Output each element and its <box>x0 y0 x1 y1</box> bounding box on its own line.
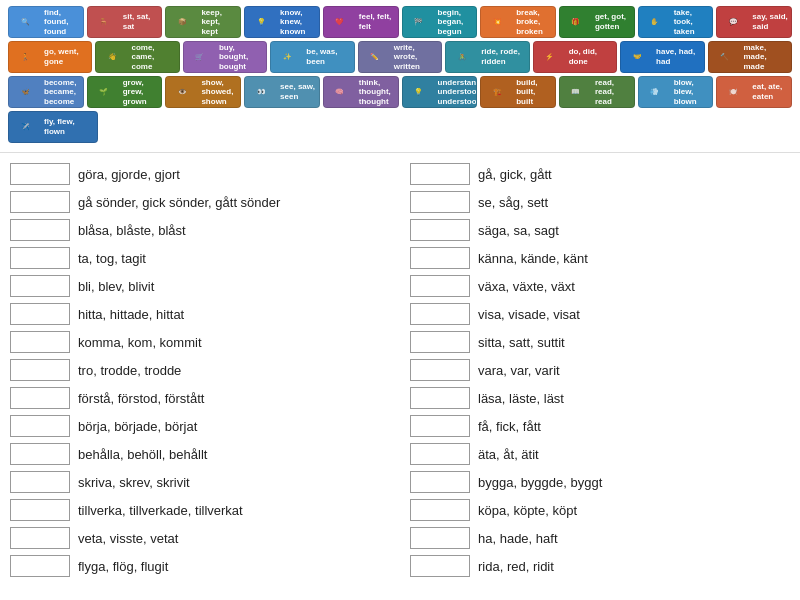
answer-input-ha[interactable] <box>410 527 470 549</box>
answer-input-kopa[interactable] <box>410 499 470 521</box>
banner-card-see-saw[interactable]: 👀see, saw, seen <box>244 76 320 108</box>
banner-card-label-understand: understand, understood, understood <box>435 76 478 108</box>
banner-card-blow-blew[interactable]: 💨blow, blew, blown <box>638 76 714 108</box>
banner-card-label-become-became: become, became, become <box>41 76 83 108</box>
vocab-label-borja: börja, började, börjat <box>78 419 197 434</box>
answer-input-visa[interactable] <box>410 303 470 325</box>
banner-card-label-say-said: say, said, said <box>749 10 791 33</box>
answer-input-komma[interactable] <box>10 331 70 353</box>
answer-input-forstå[interactable] <box>10 387 70 409</box>
answer-input-kanna[interactable] <box>410 247 470 269</box>
answer-input-gora[interactable] <box>10 163 70 185</box>
answer-input-se[interactable] <box>410 191 470 213</box>
banner-card-know-knew[interactable]: 💡know, knew, known <box>244 6 320 38</box>
top-banner: 🔍find, found, found🪑sit, sat, sat📦keep, … <box>0 0 800 153</box>
content-area: göra, gjorde, gjortgå sönder, gick sönde… <box>0 153 800 587</box>
banner-card-ride-rode[interactable]: 🚴ride, rode, ridden <box>445 41 529 73</box>
answer-input-skriva[interactable] <box>10 471 70 493</box>
answer-input-hitta[interactable] <box>10 303 70 325</box>
banner-card-do-did[interactable]: ⚡do, did, done <box>533 41 617 73</box>
banner-card-label-read-read: read, read, read <box>592 76 634 108</box>
answer-input-behålla[interactable] <box>10 443 70 465</box>
banner-card-understand[interactable]: 💡understand, understood, understood <box>402 76 478 108</box>
vocab-row-ga-sonder: gå sönder, gick sönder, gått sönder <box>10 189 390 215</box>
vocab-row-se: se, såg, sett <box>410 189 790 215</box>
banner-card-break-broke[interactable]: 💥break, broke, broken <box>480 6 556 38</box>
banner-card-grow-grew[interactable]: 🌱grow, grew, grown <box>87 76 163 108</box>
answer-input-blasa[interactable] <box>10 219 70 241</box>
answer-input-ata[interactable] <box>410 443 470 465</box>
banner-card-read-read[interactable]: 📖read, read, read <box>559 76 635 108</box>
answer-input-bygga[interactable] <box>410 471 470 493</box>
answer-input-ta[interactable] <box>10 247 70 269</box>
vocab-row-saga: säga, sa, sagt <box>410 217 790 243</box>
answer-input-sitta[interactable] <box>410 331 470 353</box>
vocab-row-bygga: bygga, byggde, byggt <box>410 469 790 495</box>
answer-input-tillverka[interactable] <box>10 499 70 521</box>
answer-input-lasa[interactable] <box>410 387 470 409</box>
app-container: 🔍find, found, found🪑sit, sat, sat📦keep, … <box>0 0 800 587</box>
banner-card-feel-felt[interactable]: ❤️feel, felt, felt <box>323 6 399 38</box>
banner-card-show-showed[interactable]: 👁️show, showed, shown <box>165 76 241 108</box>
vocab-row-fa: få, fick, fått <box>410 413 790 439</box>
vocab-row-tro: tro, trodde, trodde <box>10 357 390 383</box>
answer-input-tro[interactable] <box>10 359 70 381</box>
banner-card-be-was[interactable]: ✨be, was, been <box>270 41 354 73</box>
answer-input-ga-sonder[interactable] <box>10 191 70 213</box>
vocab-row-tillverka: tillverka, tillverkade, tillverkat <box>10 497 390 523</box>
vocab-label-fa: få, fick, fått <box>478 419 541 434</box>
banner-card-label-think-thought: think, thought, thought <box>356 76 398 108</box>
vocab-label-forstå: förstå, förstod, förstått <box>78 391 204 406</box>
answer-input-vaxa[interactable] <box>410 275 470 297</box>
banner-card-take-took[interactable]: ✋take, took, taken <box>638 6 714 38</box>
banner-card-say-said[interactable]: 💬say, said, said <box>716 6 792 38</box>
banner-card-write-wrote[interactable]: ✏️write, wrote, written <box>358 41 442 73</box>
banner-card-label-blow-blew: blow, blew, blown <box>671 76 713 108</box>
banner-card-label-go-went: go, went, gone <box>41 45 91 68</box>
vocab-label-ga: gå, gick, gått <box>478 167 552 182</box>
vocab-row-rida: rida, red, ridit <box>410 553 790 579</box>
banner-card-label-see-saw: see, saw, seen <box>277 80 319 103</box>
banner-card-keep-kept[interactable]: 📦keep, kept, kept <box>165 6 241 38</box>
banner-card-become-became[interactable]: 🦋become, became, become <box>8 76 84 108</box>
vocab-row-lasa: läsa, läste, läst <box>410 385 790 411</box>
banner-card-sit-sat[interactable]: 🪑sit, sat, sat <box>87 6 163 38</box>
vocab-label-sitta: sitta, satt, suttit <box>478 335 565 350</box>
answer-input-vara[interactable] <box>410 359 470 381</box>
banner-card-think-thought[interactable]: 🧠think, thought, thought <box>323 76 399 108</box>
banner-card-begin-began[interactable]: 🏁begin, began, begun <box>402 6 478 38</box>
banner-card-label-ride-rode: ride, rode, ridden <box>478 45 528 68</box>
answer-input-bli[interactable] <box>10 275 70 297</box>
banner-row-3: 🦋become, became, become🌱grow, grew, grow… <box>8 76 792 143</box>
banner-card-label-be-was: be, was, been <box>303 45 353 68</box>
answer-input-rida[interactable] <box>410 555 470 577</box>
vocab-row-kanna: känna, kände, känt <box>410 245 790 271</box>
vocab-row-borja: börja, började, börjat <box>10 413 390 439</box>
banner-card-eat-ate[interactable]: 🍽️eat, ate, eaten <box>716 76 792 108</box>
answer-input-fa[interactable] <box>410 415 470 437</box>
banner-card-build-built[interactable]: 🏗️build, built, built <box>480 76 556 108</box>
banner-card-find-found[interactable]: 🔍find, found, found <box>8 6 84 38</box>
banner-card-have-had[interactable]: 🤝have, had, had <box>620 41 704 73</box>
banner-card-label-buy-bought: buy, bought, bought <box>216 41 266 73</box>
banner-card-label-fly-flew: fly, flew, flown <box>41 115 97 138</box>
answer-input-flyga[interactable] <box>10 555 70 577</box>
answer-input-saga[interactable] <box>410 219 470 241</box>
vocab-row-flyga: flyga, flög, flugit <box>10 553 390 579</box>
banner-card-label-find-found: find, found, found <box>41 6 83 38</box>
vocab-label-vara: vara, var, varit <box>478 363 560 378</box>
banner-card-come-came[interactable]: 👋come, came, come <box>95 41 179 73</box>
vocab-label-ta: ta, tog, tagit <box>78 251 146 266</box>
banner-card-go-went[interactable]: 🚶go, went, gone <box>8 41 92 73</box>
banner-card-make-made[interactable]: 🔨make, made, made <box>708 41 792 73</box>
banner-card-label-keep-kept: keep, kept, kept <box>198 6 240 38</box>
banner-card-buy-bought[interactable]: 🛒buy, bought, bought <box>183 41 267 73</box>
banner-card-fly-flew[interactable]: ✈️fly, flew, flown <box>8 111 98 143</box>
vocab-row-sitta: sitta, satt, suttit <box>410 329 790 355</box>
answer-input-borja[interactable] <box>10 415 70 437</box>
banner-card-label-break-broke: break, broke, broken <box>513 6 555 38</box>
answer-input-ga[interactable] <box>410 163 470 185</box>
vocab-row-hitta: hitta, hittade, hittat <box>10 301 390 327</box>
answer-input-veta[interactable] <box>10 527 70 549</box>
banner-card-get-got[interactable]: 🎁get, got, gotten <box>559 6 635 38</box>
